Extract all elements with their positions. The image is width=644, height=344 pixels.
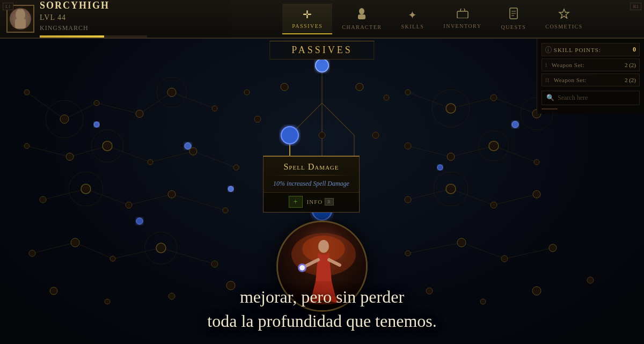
tab-skills[interactable]: ✦ SKILLS (391, 4, 434, 34)
search-box[interactable]: 🔍 (541, 91, 640, 105)
quests-icon (509, 8, 518, 22)
svg-point-116 (319, 132, 325, 138)
r1-indicator: R1 (630, 3, 641, 10)
tab-inventory[interactable]: INVENTORY (434, 4, 491, 33)
svg-line-37 (451, 189, 494, 205)
inventory-icon (457, 9, 469, 21)
svg-point-102 (457, 238, 466, 247)
right-panel: i SKILL POINTS: 0 I Weapon Set: 2 (2) II… (537, 39, 644, 114)
svg-point-60 (437, 165, 443, 170)
experience-fill (40, 35, 104, 38)
tab-character[interactable]: CHARACTER (332, 3, 391, 34)
svg-line-39 (408, 243, 462, 253)
svg-point-119 (16, 9, 25, 20)
search-input[interactable] (558, 94, 635, 102)
svg-point-101 (405, 251, 411, 256)
svg-point-93 (405, 143, 411, 149)
search-hint-bar (541, 108, 558, 109)
tab-passives[interactable]: ✛ PASSIVES (282, 4, 332, 34)
svg-point-81 (110, 256, 115, 261)
svg-point-90 (491, 94, 497, 101)
player-info-section: SORCYHIGH LVL 44 KINGSMARCH (0, 0, 231, 39)
svg-point-79 (29, 250, 35, 257)
weapon-set-2-row[interactable]: II Weapon Set: 2 (2) (541, 74, 640, 86)
character-label: CHARACTER (342, 24, 382, 30)
svg-point-53 (281, 127, 298, 144)
svg-rect-123 (457, 11, 468, 18)
svg-point-104 (549, 244, 557, 252)
svg-point-69 (66, 153, 74, 160)
tooltip-description: 10% increased Spell Damage (264, 175, 359, 192)
svg-point-77 (168, 191, 175, 198)
svg-point-98 (446, 184, 456, 194)
svg-line-25 (32, 243, 75, 253)
svg-rect-122 (358, 14, 365, 19)
svg-point-113 (384, 95, 389, 100)
weapon-set-1-value: 2 (2) (625, 62, 636, 68)
svg-point-57 (94, 122, 99, 127)
top-navigation-bar: SORCYHIGH LVL 44 KINGSMARCH L1 ✛ PASSIVE… (0, 0, 644, 39)
svg-line-16 (27, 146, 70, 157)
svg-point-111 (281, 83, 288, 91)
svg-point-88 (405, 90, 411, 95)
svg-point-108 (587, 277, 594, 283)
weapon-set-1-row[interactable]: I Weapon Set: 2 (2) (541, 58, 640, 71)
character-icon (356, 8, 367, 22)
tab-quests[interactable]: QUESTS (491, 3, 536, 34)
inventory-label: INVENTORY (443, 23, 481, 29)
svg-point-99 (491, 202, 497, 208)
svg-point-72 (189, 148, 197, 155)
svg-line-27 (113, 248, 161, 259)
svg-point-94 (447, 153, 455, 160)
svg-line-22 (86, 189, 129, 205)
player-location: KINGSMARCH (40, 24, 147, 32)
svg-point-62 (24, 90, 30, 95)
svg-point-76 (126, 202, 132, 208)
svg-point-59 (136, 218, 143, 224)
svg-line-38 (494, 194, 537, 205)
l1-indicator: L1 (3, 3, 13, 10)
svg-point-112 (356, 83, 363, 91)
svg-point-96 (534, 159, 539, 165)
tooltip-footer: + INFO R (264, 192, 359, 212)
tooltip-add-button[interactable]: + (289, 196, 303, 208)
svg-point-95 (489, 141, 499, 151)
svg-point-134 (299, 265, 305, 270)
svg-point-73 (233, 165, 239, 170)
skill-points-label: i SKILL POINTS: (545, 46, 601, 53)
spell-damage-tooltip: Spell Damage 10% increased Spell Damage … (263, 156, 360, 213)
search-icon: 🔍 (546, 94, 554, 102)
svg-line-33 (408, 146, 451, 157)
svg-rect-120 (15, 19, 26, 28)
svg-point-78 (223, 208, 228, 213)
svg-point-89 (446, 104, 456, 113)
subtitle-overlay: mejorar, pero sin perder toda la profund… (0, 285, 644, 333)
svg-point-68 (24, 143, 30, 149)
subtitle-line-1: mejorar, pero sin perder (0, 285, 644, 309)
svg-point-71 (148, 159, 153, 165)
svg-line-18 (107, 146, 150, 162)
svg-line-3 (322, 103, 354, 135)
weapon-set-2-label: II Weapon Set: (545, 77, 587, 83)
avatar (10, 8, 31, 30)
cosmetics-label: COSMETICS (545, 24, 583, 30)
svg-line-34 (451, 146, 494, 157)
svg-point-67 (212, 106, 217, 111)
svg-line-40 (462, 243, 504, 259)
svg-line-23 (129, 194, 172, 205)
svg-point-65 (136, 110, 143, 118)
svg-point-64 (94, 100, 99, 106)
svg-point-58 (228, 186, 233, 192)
svg-point-103 (501, 255, 508, 262)
weapon-set-2-value: 2 (2) (625, 77, 636, 83)
svg-line-41 (504, 248, 553, 259)
svg-line-11 (27, 92, 64, 119)
svg-point-56 (185, 143, 191, 149)
svg-line-30 (451, 98, 494, 108)
svg-line-24 (172, 194, 225, 210)
svg-point-109 (254, 116, 261, 122)
info-key-badge: R (325, 198, 334, 206)
tab-cosmetics[interactable]: COSMETICS (536, 4, 592, 34)
tooltip-info-button[interactable]: INFO R (307, 198, 334, 206)
player-level: LVL 44 (40, 13, 147, 22)
